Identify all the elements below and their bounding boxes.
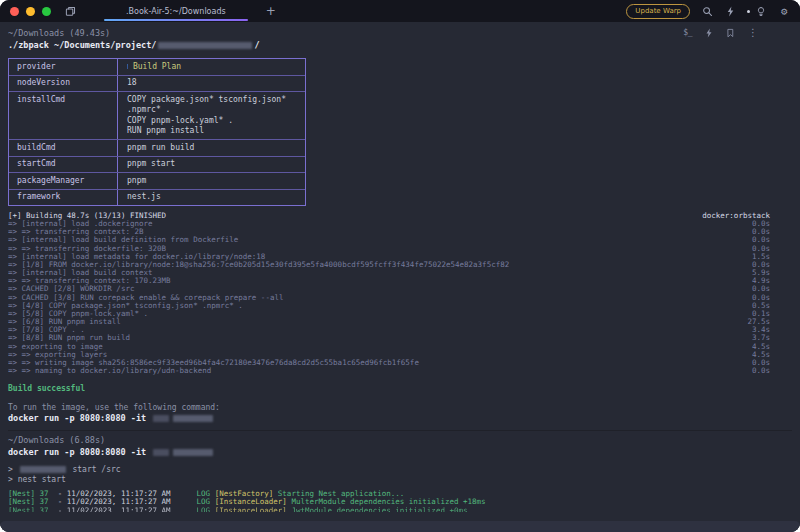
redacted-flag	[153, 415, 169, 422]
build-log-text: => [4/8] COPY package.json* tsconfig.jso…	[8, 302, 744, 310]
redacted-image-name	[173, 449, 213, 456]
build-plan-value: COPY package.json* tsconfig.json* .npmrc…	[117, 92, 305, 139]
build-plan-title: Build Plan	[128, 62, 186, 71]
ai-lightning-icon[interactable]	[724, 5, 736, 17]
redacted-package-name	[20, 466, 66, 473]
build-log-text: => CACHED [3/8] RUN corepack enable && c…	[8, 294, 744, 302]
build-plan-row: startCmdpnpm start	[9, 156, 305, 173]
build-plan-table: Build Plan providernodejsnodeVersion18in…	[8, 58, 306, 206]
window-controls	[10, 7, 51, 16]
zoom-window-button[interactable]	[42, 7, 51, 16]
lightbulb-icon[interactable]	[755, 5, 767, 17]
build-log-text: => [internal] load metadata for docker.i…	[8, 253, 744, 261]
current-command-block[interactable]: ~/Downloads	[0, 521, 800, 532]
block2-duration: (6.88s)	[69, 435, 105, 445]
nest-timestamp: - 11/02/2023, 11:17:27 AM	[49, 507, 171, 512]
nest-log-level: LOG	[197, 507, 215, 512]
warp-terminal-window: .Book-Air-5:~/Downloads + Update Warp ⚙ …	[0, 0, 800, 532]
redacted-flag	[153, 449, 169, 456]
build-log-line: => [5/8] COPY pnpm-lock.yaml* .0.1s	[8, 310, 770, 318]
suggested-docker-command: docker run -p 8080:8080 -it	[8, 413, 792, 423]
build-log-text: => [internal] load build definition from…	[8, 236, 744, 244]
build-plan-row: frameworknest.js	[9, 189, 305, 206]
build-log-line: => exporting to image4.5s	[8, 343, 770, 351]
minimize-window-button[interactable]	[26, 7, 35, 16]
nest-context: [InstanceLoader]	[215, 498, 292, 506]
tab-active-underline	[104, 19, 248, 21]
build-plan-key: startCmd	[9, 157, 117, 173]
build-log-text: => => writing image sha256:8586ec9f33eed…	[8, 359, 744, 367]
build-plan-key: framework	[9, 190, 117, 206]
settings-gear-icon[interactable]: ⚙	[778, 5, 790, 17]
build-log-time: 0.0s	[752, 367, 770, 375]
zbpack-command[interactable]: ./zbpack ~/Documents/project//	[8, 40, 792, 50]
block1-prompt-path: ~/Downloads	[8, 28, 64, 38]
block1-duration: (49.43s)	[69, 28, 110, 38]
new-tab-button[interactable]: +	[266, 4, 276, 18]
redacted-project-path	[158, 42, 252, 49]
build-log-line: => [6/8] RUN pnpm install27.5s	[8, 318, 770, 326]
build-plan-row: buildCmdpnpm run build	[9, 139, 305, 156]
build-log-line: => CACHED [3/8] RUN corepack enable && c…	[8, 294, 770, 302]
docker-build-log: [+] Building 48.7s (13/13) FINISHED dock…	[8, 212, 792, 375]
build-log-line: => [internal] load .dockerignore0.0s	[8, 220, 770, 228]
build-log-text: => => exporting layers	[8, 351, 744, 359]
build-log-text: => => transferring context: 2B	[8, 228, 744, 236]
build-log-text: => [1/8] FROM docker.io/library/node:18@…	[8, 261, 744, 269]
nest-tag: [Nest] 37	[8, 498, 49, 506]
build-successful-message: Build successful	[8, 384, 792, 393]
terminal-content: ~/Downloads (49.43s) $_ ⋮ ./zbpack ~/Doc…	[0, 22, 800, 532]
ai-command-icon[interactable]	[705, 28, 713, 38]
build-log-line: => CACHED [2/8] WORKDIR /src0.0s	[8, 285, 770, 293]
build-plan-value: nest.js	[117, 190, 305, 206]
notification-dot	[747, 10, 750, 13]
block-action-icons: $_ ⋮	[683, 28, 758, 38]
build-plan-row: nodeVersion18	[9, 75, 305, 92]
build-log-text: => CACHED [2/8] WORKDIR /src	[8, 285, 744, 293]
build-plan-key: buildCmd	[9, 140, 117, 156]
bookmark-icon[interactable]	[726, 28, 735, 38]
nest-context: [InstanceLoader]	[215, 507, 292, 512]
command-block-zbpack: ~/Downloads (49.43s) $_ ⋮ ./zbpack ~/Doc…	[0, 22, 800, 431]
build-log-lines: => [internal] load .dockerignore0.0s=> =…	[8, 220, 770, 375]
build-log-line: => [internal] load build context5.9s	[8, 269, 770, 277]
nest-message: JwtModule dependencies initialized +0ms	[291, 507, 467, 512]
close-window-button[interactable]	[10, 7, 19, 16]
search-icon[interactable]	[701, 5, 713, 17]
build-log-text: => => transferring dockerfile: 320B	[8, 245, 744, 253]
build-log-text: => => naming to docker.io/library/udn-ba…	[8, 367, 744, 375]
nest-timestamp: - 11/02/2023, 11:17:27 AM	[49, 498, 171, 506]
nest-log-line: [Nest] 37 - 11/02/2023, 11:17:27 AMLOG […	[8, 507, 792, 512]
build-plan-value: pnpm start	[117, 157, 305, 173]
redacted-image-name	[173, 415, 213, 422]
build-log-text: => => transferring context: 170.23MB	[8, 277, 744, 285]
build-log-line: => [4/8] COPY package.json* tsconfig.jso…	[8, 302, 770, 310]
build-log-line: => [8/8] RUN pnpm run build3.7s	[8, 334, 770, 342]
build-log-text: => [internal] load build context	[8, 269, 744, 277]
build-log-text: => [6/8] RUN pnpm install	[8, 318, 739, 326]
nest-message: MulterModule dependencies initialized +1…	[291, 498, 485, 506]
docker-run-command[interactable]: docker run -p 8080:8080 -it	[8, 447, 792, 457]
build-log-header: [+] Building 48.7s (13/13) FINISHED dock…	[8, 212, 770, 220]
build-plan-key: packageManager	[9, 173, 117, 189]
build-log-line: => [internal] load build definition from…	[8, 236, 770, 244]
build-log-line: => => transferring context: 170.23MB4.9s	[8, 277, 770, 285]
share-terminal-icon[interactable]: $_	[683, 28, 692, 38]
build-log-line: => [1/8] FROM docker.io/library/node:18@…	[8, 261, 770, 269]
build-plan-rows: providernodejsnodeVersion18installCmdCOP…	[9, 59, 305, 205]
tab-active[interactable]: .Book-Air-5:~/Downloads	[102, 0, 250, 22]
build-log-line: => => naming to docker.io/library/udn-ba…	[8, 367, 770, 375]
build-plan-value: pnpm	[117, 173, 305, 189]
build-plan-row: packageManagerpnpm	[9, 172, 305, 189]
run-hint-text: To run the image, use the following comm…	[8, 403, 792, 412]
nest-log-lines: [Nest] 37 - 11/02/2023, 11:17:27 AMLOG […	[8, 490, 792, 512]
panes-icon[interactable]	[65, 6, 76, 17]
build-plan-value: pnpm run build	[117, 140, 305, 156]
kebab-menu-icon[interactable]: ⋮	[748, 28, 758, 38]
nest-start-line: > nest start	[8, 475, 792, 485]
build-log-line: => => writing image sha256:8586ec9f33eed…	[8, 359, 770, 367]
build-log-text: => [5/8] COPY pnpm-lock.yaml* .	[8, 310, 744, 318]
nest-tag: [Nest] 37	[8, 507, 49, 512]
update-warp-button[interactable]: Update Warp	[626, 4, 690, 19]
command-block-docker-run: ~/Downloads (6.88s) docker run -p 8080:8…	[0, 431, 800, 512]
